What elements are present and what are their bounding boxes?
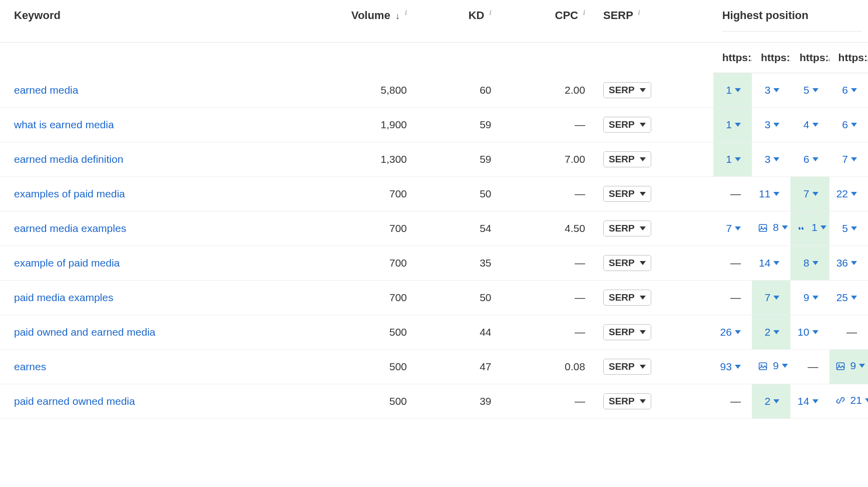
header-cpc[interactable]: CPC i: [498, 0, 591, 43]
keyword-cell[interactable]: example of paid media: [0, 246, 281, 280]
position-value-wrap[interactable]: 11: [759, 188, 779, 200]
keyword-cell[interactable]: paid media examples: [0, 280, 281, 315]
position-cell[interactable]: 36: [829, 246, 868, 280]
keyword-link[interactable]: paid owned and earned media: [14, 326, 156, 338]
serp-button[interactable]: SERP: [603, 290, 651, 306]
position-value-wrap[interactable]: 14: [759, 257, 779, 269]
position-cell[interactable]: 26: [713, 315, 752, 349]
position-value-wrap[interactable]: 9: [758, 360, 788, 372]
competitor-header-3[interactable]: https://sprouts: [829, 43, 868, 73]
position-cell[interactable]: 93: [713, 349, 752, 384]
keyword-link[interactable]: earned media definition: [14, 153, 123, 165]
position-cell[interactable]: 22: [829, 176, 868, 211]
position-value-wrap[interactable]: 93: [720, 361, 741, 373]
position-value-wrap[interactable]: 1: [726, 84, 741, 96]
position-value-wrap[interactable]: 5: [803, 84, 818, 96]
position-value-wrap[interactable]: 2: [765, 395, 780, 407]
position-value-wrap[interactable]: 6: [842, 119, 857, 131]
header-volume[interactable]: Volume ↓ i: [281, 0, 412, 43]
position-value-wrap[interactable]: 8: [758, 221, 788, 233]
serp-button[interactable]: SERP: [603, 359, 651, 375]
keyword-link[interactable]: examples of paid media: [14, 188, 125, 199]
position-cell[interactable]: 1: [713, 107, 752, 142]
position-value-wrap[interactable]: 25: [836, 292, 857, 304]
position-value-wrap[interactable]: 9: [835, 360, 865, 372]
position-value-wrap[interactable]: 2: [765, 326, 780, 338]
position-cell[interactable]: 6: [829, 107, 868, 142]
position-cell[interactable]: 2: [752, 384, 790, 418]
header-kd[interactable]: KD i: [413, 0, 498, 43]
serp-button[interactable]: SERP: [603, 393, 651, 409]
info-icon[interactable]: i: [583, 9, 585, 17]
position-value-wrap[interactable]: 36: [836, 257, 857, 269]
position-cell[interactable]: 3: [752, 107, 790, 142]
position-value-wrap[interactable]: 21: [835, 394, 868, 406]
position-cell[interactable]: 8: [752, 211, 790, 246]
keyword-cell[interactable]: earned media examples: [0, 211, 281, 246]
position-value-wrap[interactable]: 4: [803, 119, 818, 131]
keyword-link[interactable]: paid media examples: [14, 292, 113, 303]
position-value-wrap[interactable]: 22: [836, 188, 857, 200]
position-cell[interactable]: 9: [829, 349, 868, 384]
position-value-wrap[interactable]: 1: [726, 153, 741, 165]
position-cell[interactable]: 7: [790, 176, 829, 211]
position-value-wrap[interactable]: 7: [842, 153, 857, 165]
position-cell[interactable]: 14: [752, 246, 790, 280]
position-cell[interactable]: 21: [829, 384, 868, 418]
keyword-cell[interactable]: what is earned media: [0, 107, 281, 142]
info-icon[interactable]: i: [405, 9, 407, 17]
header-serp[interactable]: SERP i: [591, 0, 713, 43]
position-value-wrap[interactable]: 3: [765, 119, 780, 131]
keyword-cell[interactable]: examples of paid media: [0, 176, 281, 211]
position-cell[interactable]: 8: [790, 246, 829, 280]
position-cell[interactable]: 7: [713, 211, 752, 246]
competitor-header-2[interactable]: https://burrelle: [790, 43, 829, 73]
position-value-wrap[interactable]: 9: [803, 292, 818, 304]
position-value-wrap[interactable]: 7: [726, 222, 741, 234]
serp-button[interactable]: SERP: [603, 151, 651, 167]
position-value-wrap[interactable]: 5: [842, 222, 857, 234]
position-cell[interactable]: 5: [790, 73, 829, 108]
position-cell[interactable]: 9: [790, 280, 829, 315]
info-icon[interactable]: i: [638, 9, 640, 17]
position-value-wrap[interactable]: 3: [765, 153, 780, 165]
position-cell[interactable]: 5: [829, 211, 868, 246]
position-value-wrap[interactable]: 6: [842, 84, 857, 96]
position-cell[interactable]: 2: [752, 315, 790, 349]
position-cell[interactable]: 3: [752, 142, 790, 176]
position-value-wrap[interactable]: 7: [765, 292, 780, 304]
position-cell[interactable]: 9: [752, 349, 790, 384]
position-value-wrap[interactable]: 8: [803, 257, 818, 269]
position-cell[interactable]: 7: [829, 142, 868, 176]
keyword-cell[interactable]: earned media: [0, 73, 281, 108]
position-cell[interactable]: 3: [752, 73, 790, 108]
keyword-link[interactable]: earned media: [14, 84, 78, 96]
keyword-link[interactable]: example of paid media: [14, 257, 120, 269]
position-cell[interactable]: 6: [790, 142, 829, 176]
keyword-link[interactable]: what is earned media: [14, 119, 114, 130]
position-cell[interactable]: 25: [829, 280, 868, 315]
serp-button[interactable]: SERP: [603, 82, 651, 98]
keyword-link[interactable]: earnes: [14, 361, 46, 372]
position-value-wrap[interactable]: 1: [726, 119, 741, 131]
serp-button[interactable]: SERP: [603, 186, 651, 202]
serp-button[interactable]: SERP: [603, 220, 651, 236]
competitor-header-0[interactable]: https://blog.hu: [713, 43, 752, 73]
position-cell[interactable]: 11: [752, 176, 790, 211]
position-cell[interactable]: 1: [713, 73, 752, 108]
position-value-wrap[interactable]: 7: [803, 188, 818, 200]
position-value-wrap[interactable]: 10: [797, 326, 818, 338]
position-cell[interactable]: 10: [790, 315, 829, 349]
competitor-header-1[interactable]: https://www.ti: [752, 43, 790, 73]
header-keyword[interactable]: Keyword: [0, 0, 281, 43]
keyword-cell[interactable]: paid earned owned media: [0, 384, 281, 418]
position-value-wrap[interactable]: 14: [797, 395, 818, 407]
keyword-link[interactable]: paid earned owned media: [14, 395, 135, 407]
info-icon[interactable]: i: [490, 9, 492, 17]
position-value-wrap[interactable]: 1: [796, 221, 826, 233]
position-value-wrap[interactable]: 6: [803, 153, 818, 165]
position-cell[interactable]: 6: [829, 73, 868, 108]
keyword-link[interactable]: earned media examples: [14, 222, 126, 234]
serp-button[interactable]: SERP: [603, 324, 651, 340]
keyword-cell[interactable]: earned media definition: [0, 142, 281, 176]
